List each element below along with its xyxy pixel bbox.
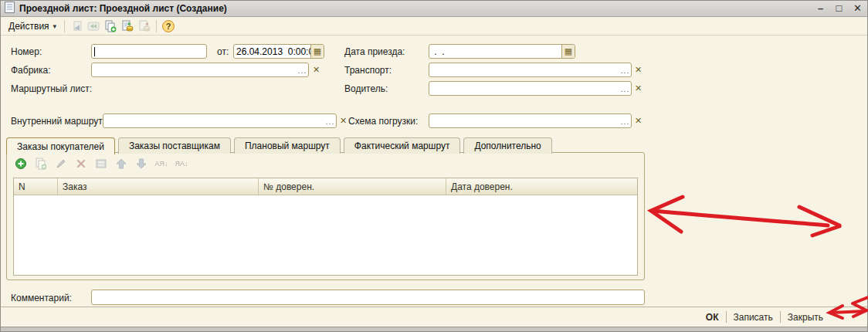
tab-label: Заказы поставщикам: [129, 141, 220, 151]
tab-label: Фактический маршрут: [354, 141, 450, 151]
add-row-button[interactable]: [14, 157, 28, 171]
column-header-proxy-date[interactable]: Дата доверен.: [446, 178, 637, 195]
clear-icon[interactable]: ✕: [632, 81, 644, 96]
edit-row-button[interactable]: [54, 157, 68, 171]
toolbar-unpost-button[interactable]: [136, 19, 153, 34]
footer-buttons: ОК Записать Закрыть: [699, 308, 830, 326]
pencil-icon: [55, 158, 67, 170]
select-ellipsis-icon[interactable]: ...: [619, 114, 631, 127]
chevron-down-icon: ▾: [53, 22, 57, 30]
annotation-small-arrow-shaft: [831, 311, 865, 313]
annotation-small-arrow-tail: [853, 297, 868, 303]
add-icon: [15, 158, 27, 170]
annotation-arrowhead-right-upper: [799, 207, 839, 225]
tab-customer-orders[interactable]: Заказы покупателей: [6, 137, 115, 154]
column-header-n[interactable]: N: [14, 178, 58, 195]
sort-desc-icon: ЯА↓: [175, 160, 188, 168]
tab-planned-route[interactable]: Плановый маршрут: [234, 137, 341, 154]
toolbar-post-button[interactable]: [119, 19, 136, 34]
arrival-date-field[interactable]: . . ▦: [429, 44, 575, 59]
tab-additional[interactable]: Дополнительно: [463, 137, 551, 154]
tab-supplier-orders[interactable]: Заказы поставщикам: [118, 137, 231, 154]
refresh-icon: [87, 20, 100, 32]
clear-icon[interactable]: ✕: [632, 113, 644, 128]
factory-field[interactable]: ...: [91, 63, 309, 77]
loading-scheme-label: Схема погрузки:: [348, 116, 418, 127]
column-header-proxy-number[interactable]: № доверен.: [259, 178, 446, 195]
column-header-order[interactable]: Заказ: [58, 178, 259, 195]
move-up-button[interactable]: [114, 157, 128, 171]
toolbar-copy-button[interactable]: [102, 19, 119, 34]
table-header-row: N Заказ № доверен. Дата доверен.: [14, 178, 637, 195]
annotation-arrowhead-left: [651, 197, 683, 232]
annotation-small-arrowhead-left: [829, 306, 843, 318]
toolbar: Действия ▾ ?: [0, 18, 868, 36]
number-field[interactable]: [91, 44, 207, 59]
toolbar-separator: [156, 20, 157, 32]
unpost-document-icon: [138, 20, 151, 32]
transport-field[interactable]: ...: [429, 63, 632, 77]
close-icon[interactable]: ✕: [852, 2, 863, 14]
toolbar-refresh-button[interactable]: [85, 19, 102, 34]
arrow-up-icon: [116, 158, 127, 169]
copy-icon: [35, 158, 47, 170]
move-down-button[interactable]: [134, 157, 148, 171]
post-document-icon: [121, 20, 134, 32]
clear-icon[interactable]: ✕: [632, 63, 644, 77]
factory-label: Фабрика:: [11, 65, 51, 76]
transport-label: Транспорт:: [344, 65, 392, 76]
delete-row-button[interactable]: [74, 157, 88, 171]
tab-label: Заказы покупателей: [17, 141, 104, 152]
internal-route-field[interactable]: ...: [103, 113, 337, 128]
comment-label: Комментарий:: [11, 293, 72, 303]
arrival-date-value: . .: [429, 46, 561, 57]
select-ellipsis-icon[interactable]: ...: [619, 63, 631, 76]
maximize-icon[interactable]: □: [833, 2, 845, 14]
actions-menu-button[interactable]: Действия ▾: [4, 19, 61, 33]
select-ellipsis-icon[interactable]: ...: [619, 82, 631, 95]
tab-actual-route[interactable]: Фактический маршрут: [344, 137, 461, 154]
save-button[interactable]: Записать: [727, 310, 780, 325]
window-bottom-edge: [0, 327, 868, 332]
grid-toolbar: АЯ↓ ЯА↓: [14, 157, 188, 171]
copy-icon: [104, 20, 117, 32]
grid-end-icon: [95, 158, 107, 170]
tab-label: Плановый маршрут: [245, 141, 330, 151]
date-value: 26.04.2013 0:00:00: [234, 46, 310, 57]
sort-ascending-button[interactable]: АЯ↓: [154, 157, 168, 171]
orders-table: N Заказ № доверен. Дата доверен.: [13, 178, 638, 276]
toolbar-separator: [64, 20, 65, 32]
orders-panel: АЯ↓ ЯА↓ N Заказ № доверен. Дата доверен.: [6, 152, 645, 280]
set-end-button[interactable]: [94, 157, 108, 171]
internal-route-label: Внутренний маршрут:: [11, 116, 105, 127]
comment-field[interactable]: [91, 290, 645, 305]
toolbar-reread-button[interactable]: [68, 19, 85, 34]
select-ellipsis-icon[interactable]: ...: [324, 114, 336, 127]
arrow-down-icon: [136, 158, 147, 169]
sort-descending-button[interactable]: ЯА↓: [175, 157, 188, 171]
driver-field[interactable]: ...: [429, 81, 632, 96]
toolbar-help-button[interactable]: ?: [160, 19, 177, 34]
arrival-date-label: Дата приезда:: [344, 46, 405, 57]
help-icon: ?: [162, 20, 175, 32]
loading-scheme-field[interactable]: ...: [429, 113, 632, 128]
route-sheet-label: Маршрутный лист:: [11, 83, 92, 94]
copy-row-button[interactable]: [34, 157, 48, 171]
reread-icon: [70, 20, 83, 32]
driver-label: Водитель:: [344, 83, 388, 94]
close-button[interactable]: Закрыть: [781, 310, 830, 325]
select-ellipsis-icon[interactable]: ...: [297, 63, 308, 76]
ok-button[interactable]: ОК: [699, 310, 726, 325]
minimize-icon[interactable]: –: [815, 2, 826, 14]
titlebar: Проездной лист: Проездной лист (Создание…: [0, 0, 868, 17]
date-field[interactable]: 26.04.2013 0:00:00 ▦: [233, 44, 324, 59]
delete-x-icon: [75, 158, 87, 170]
calendar-icon[interactable]: ▦: [310, 45, 324, 58]
clear-icon[interactable]: ✕: [310, 63, 322, 77]
from-label: от:: [217, 46, 229, 57]
actions-menu-label: Действия: [8, 21, 49, 32]
clear-icon[interactable]: ✕: [337, 113, 349, 128]
calendar-icon[interactable]: ▦: [561, 45, 575, 58]
table-body-empty: [14, 195, 637, 275]
number-label: Номер:: [11, 46, 42, 57]
